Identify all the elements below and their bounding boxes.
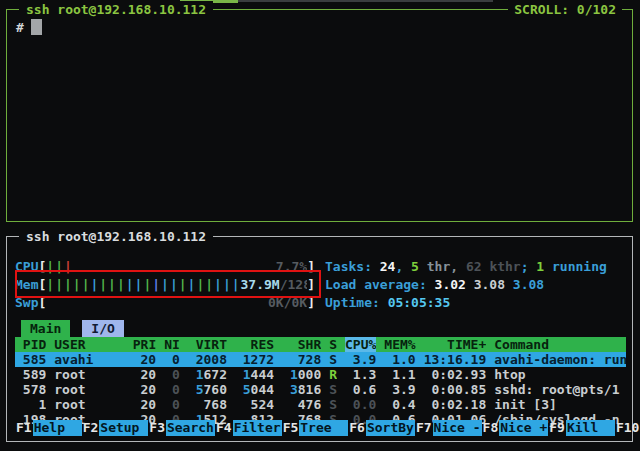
column-header-time[interactable]: TIME+: [424, 337, 487, 352]
cell-ni: 0: [164, 367, 180, 382]
tab-main[interactable]: Main: [21, 320, 70, 337]
cell-pid: 589: [15, 367, 46, 382]
mem-total-value: /128M: [280, 277, 308, 292]
cell-pri: 20: [133, 397, 156, 412]
fkey-filter[interactable]: F4Filter: [215, 420, 282, 436]
uptime: Uptime: 05:05:35: [325, 294, 607, 312]
column-header-ni[interactable]: NI: [164, 337, 180, 352]
cell-cmd: htop: [494, 367, 626, 382]
cell-s: S: [329, 397, 337, 412]
bracket: [: [38, 258, 46, 276]
cell-virt: 5760: [188, 382, 227, 397]
column-header-cpu[interactable]: CPU%: [345, 337, 376, 352]
cell-virt: 2008: [188, 352, 227, 367]
fkey-setup[interactable]: F2Setup: [82, 420, 149, 436]
table-header-row: PIDUSERPRINIVIRTRESSHRSCPU%MEM%TIME+Comm…: [15, 337, 626, 352]
cell-res: 1272: [235, 352, 274, 367]
column-header-mem[interactable]: MEM%: [384, 337, 415, 352]
column-header-res[interactable]: RES: [235, 337, 274, 352]
process-row[interactable]: 578root200576050443816S0.63.90:00.85sshd…: [15, 382, 626, 397]
fkey-key-label: F2: [82, 420, 100, 436]
cell-pri: 20: [133, 367, 156, 382]
cell-virt: 768: [188, 397, 227, 412]
fkey-nice[interactable]: F8Nice +: [482, 420, 549, 436]
htop-summary: Tasks: 24, 5 thr, 62 kthr; 1 running Loa…: [325, 258, 607, 312]
process-row[interactable]: 1root200768524476S0.00.40:02.18init [3]: [15, 397, 626, 412]
prompt-symbol: #: [16, 20, 24, 35]
fkey-action-label: Help: [33, 420, 82, 436]
column-header-cmd[interactable]: Command: [494, 337, 626, 352]
cell-time: 0:00.85: [424, 382, 487, 397]
column-header-virt[interactable]: VIRT: [188, 337, 227, 352]
fkey-help[interactable]: F1Help: [15, 420, 82, 436]
fkey-action-label: Setup: [99, 420, 148, 436]
fkey-key-label: F8: [482, 420, 500, 436]
column-header-pri[interactable]: PRI: [133, 337, 156, 352]
cell-cpu: 1.3: [345, 367, 376, 382]
mem-meter-label: Mem: [15, 276, 38, 294]
tab-io[interactable]: I/O: [82, 320, 123, 337]
cell-cmd: avahi-daemon: running: [494, 352, 626, 367]
cell-shr: 728: [282, 352, 321, 367]
cell-cpu: 0.6: [345, 382, 376, 397]
cell-cpu: 3.9: [345, 352, 376, 367]
cell-pri: 20: [133, 382, 156, 397]
pane-title: ssh root@192.168.10.112: [19, 1, 213, 18]
fkey-key-label: F7: [415, 420, 433, 436]
column-header-s[interactable]: S: [329, 337, 337, 352]
tasks-summary: Tasks: 24, 5 thr, 62 kthr; 1 running: [325, 258, 607, 276]
cell-time: 13:16.19: [424, 352, 487, 367]
pane-ssh-htop[interactable]: ssh root@192.168.10.112 CPU[ |||7.7%] Me…: [6, 236, 633, 442]
cell-user: root: [54, 382, 124, 397]
cell-res: 1444: [235, 367, 274, 382]
fkey-quit[interactable]: F10Quit: [615, 420, 640, 436]
process-row[interactable]: 589root200167214441000R1.31.10:02.93htop: [15, 367, 626, 382]
fkey-tree[interactable]: F5Tree: [282, 420, 349, 436]
scroll-indicator: SCROLL: 0/102: [508, 1, 622, 18]
cell-cmd: init [3]: [494, 397, 626, 412]
cell-cpu: 0.0: [345, 397, 376, 412]
pane-ssh-shell[interactable]: ssh root@192.168.10.112 SCROLL: 0/102 #: [6, 9, 633, 222]
cell-time: 0:02.93: [424, 367, 487, 382]
cell-user: root: [54, 397, 124, 412]
fkey-action-label: Kill: [566, 420, 615, 436]
cell-ni: 0: [164, 382, 180, 397]
fkey-key-label: F10: [615, 420, 640, 436]
shell-prompt-line[interactable]: #: [16, 19, 42, 35]
process-row[interactable]: 585avahi20020081272728S3.91.013:16.19ava…: [15, 352, 626, 367]
bracket: ]: [307, 294, 315, 312]
terminal-cursor: [31, 19, 42, 35]
cell-shr: 476: [282, 397, 321, 412]
cell-pid: 578: [15, 382, 46, 397]
cell-shr: 3816: [282, 382, 321, 397]
swap-meter-label: Swp: [15, 294, 38, 312]
fkey-key-label: F4: [215, 420, 233, 436]
cell-cmd: sshd: root@pts/1: [494, 382, 626, 397]
htop-app: CPU[ |||7.7%] Mem[ |||||||||||||||||||||…: [15, 238, 626, 440]
cell-mem: 0.4: [384, 397, 415, 412]
cell-s: S: [329, 352, 337, 367]
cell-pid: 1: [15, 397, 46, 412]
fkey-action-label: Tree: [299, 420, 348, 436]
cell-mem: 1.1: [384, 367, 415, 382]
fkey-key-label: F9: [548, 420, 566, 436]
fkey-key-label: F3: [148, 420, 166, 436]
column-header-user[interactable]: USER: [54, 337, 124, 352]
fkey-sortby[interactable]: F6SortBy: [348, 420, 415, 436]
column-header-pid[interactable]: PID: [15, 337, 46, 352]
fkey-kill[interactable]: F9Kill: [548, 420, 615, 436]
fkey-action-label: Search: [166, 420, 215, 436]
fkey-action-label: Nice -: [433, 420, 482, 436]
bracket: ]: [307, 276, 315, 294]
htop-meters: CPU[ |||7.7%] Mem[ |||||||||||||||||||||…: [15, 258, 315, 312]
terminal-screen: ssh root@192.168.10.112 SCROLL: 0/102 # …: [0, 0, 640, 451]
cell-res: 5044: [235, 382, 274, 397]
cpu-meter-ticks: |||: [46, 258, 72, 276]
bracket: ]: [307, 258, 315, 276]
cell-res: 524: [235, 397, 274, 412]
fkey-search[interactable]: F3Search: [148, 420, 215, 436]
column-header-shr[interactable]: SHR: [282, 337, 321, 352]
cell-s: R: [329, 367, 337, 382]
mem-meter: Mem[ ||||||||||||||||||||||37.9M/128M]: [15, 276, 315, 294]
fkey-nice[interactable]: F7Nice -: [415, 420, 482, 436]
